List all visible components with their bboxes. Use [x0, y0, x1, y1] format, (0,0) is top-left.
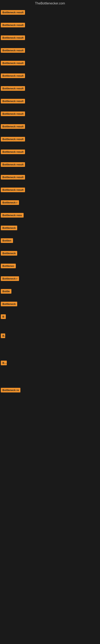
bottleneck-row-11: Bottleneck result: [0, 136, 100, 143]
bottleneck-row-26: B: [0, 332, 100, 339]
bottleneck-badge-20[interactable]: Bottleneck: [1, 251, 17, 256]
bottleneck-badge-19[interactable]: Bottlen: [1, 238, 13, 243]
bottleneck-badge-22[interactable]: Bottleneck r: [1, 276, 19, 281]
site-title: TheBottlenecker.com: [0, 0, 100, 7]
bottleneck-badge-27[interactable]: Bo: [1, 361, 7, 365]
bottleneck-row-16: Bottleneck r: [0, 199, 100, 206]
bottleneck-row-15: Bottleneck result: [0, 186, 100, 194]
bottleneck-badge-5[interactable]: Bottleneck result: [1, 61, 25, 66]
bottleneck-row-19: Bottlen: [0, 237, 100, 244]
bottleneck-badge-28[interactable]: Bottleneck re: [1, 388, 20, 392]
bottleneck-row-28: Bottleneck re: [0, 386, 100, 394]
bottleneck-badge-21[interactable]: Bottlenec: [1, 264, 16, 268]
bottleneck-badge-26[interactable]: B: [1, 334, 5, 338]
bottleneck-row-10: Bottleneck result: [0, 123, 100, 130]
bottleneck-row-8: Bottleneck result: [0, 98, 100, 105]
bottleneck-badge-15[interactable]: Bottleneck result: [1, 188, 25, 192]
bottleneck-badge-9[interactable]: Bottleneck result: [1, 112, 25, 116]
bottleneck-badge-24[interactable]: Bottleneck: [1, 302, 17, 306]
bottleneck-badge-23[interactable]: Bottle: [1, 289, 11, 294]
bottleneck-badge-3[interactable]: Bottleneck result: [1, 36, 25, 40]
bottleneck-row-2: Bottleneck result: [0, 22, 100, 28]
bottleneck-row-14: Bottleneck result: [0, 174, 100, 181]
bottleneck-row-9: Bottleneck result: [0, 110, 100, 117]
bottleneck-row-27: Bo: [0, 360, 100, 366]
bottleneck-badge-18[interactable]: Bottleneck: [1, 226, 17, 230]
bottleneck-badge-10[interactable]: Bottleneck result: [1, 124, 25, 129]
bottleneck-row-4: Bottleneck result: [0, 47, 100, 54]
bottleneck-badge-25[interactable]: B: [1, 314, 6, 319]
bottleneck-row-12: Bottleneck result: [0, 148, 100, 155]
page-container: TheBottlenecker.com Bottleneck resultBot…: [0, 0, 100, 394]
bottleneck-row-7: Bottleneck result: [0, 85, 100, 92]
bottleneck-badge-14[interactable]: Bottleneck result: [1, 175, 25, 180]
bottleneck-badge-17[interactable]: Bottleneck resu: [1, 213, 24, 218]
bottleneck-row-13: Bottleneck result: [0, 161, 100, 168]
bottleneck-badge-1[interactable]: Bottleneck result: [1, 10, 25, 15]
bottleneck-badge-12[interactable]: Bottleneck result: [1, 150, 25, 154]
bottleneck-badge-6[interactable]: Bottleneck result: [1, 74, 25, 78]
bottleneck-row-23: Bottle: [0, 288, 100, 295]
bottleneck-badge-7[interactable]: Bottleneck result: [1, 86, 25, 91]
bottleneck-badge-13[interactable]: Bottleneck result: [1, 162, 25, 167]
bottleneck-row-5: Bottleneck result: [0, 60, 100, 66]
bottleneck-row-18: Bottleneck: [0, 224, 100, 232]
rows-container: Bottleneck resultBottleneck resultBottle…: [0, 9, 100, 394]
bottleneck-row-22: Bottleneck r: [0, 275, 100, 282]
bottleneck-row-20: Bottleneck: [0, 250, 100, 257]
bottleneck-row-21: Bottlenec: [0, 262, 100, 270]
bottleneck-badge-2[interactable]: Bottleneck result: [1, 23, 25, 27]
bottleneck-row-6: Bottleneck result: [0, 72, 100, 79]
bottleneck-row-3: Bottleneck result: [0, 34, 100, 41]
bottleneck-row-1: Bottleneck result: [0, 9, 100, 16]
bottleneck-row-25: B: [0, 313, 100, 320]
bottleneck-row-24: Bottleneck: [0, 300, 100, 308]
bottleneck-badge-4[interactable]: Bottleneck result: [1, 48, 25, 53]
bottleneck-badge-8[interactable]: Bottleneck result: [1, 99, 25, 104]
bottleneck-badge-11[interactable]: Bottleneck result: [1, 137, 25, 142]
bottleneck-row-17: Bottleneck resu: [0, 212, 100, 219]
bottleneck-badge-16[interactable]: Bottleneck r: [1, 200, 19, 205]
